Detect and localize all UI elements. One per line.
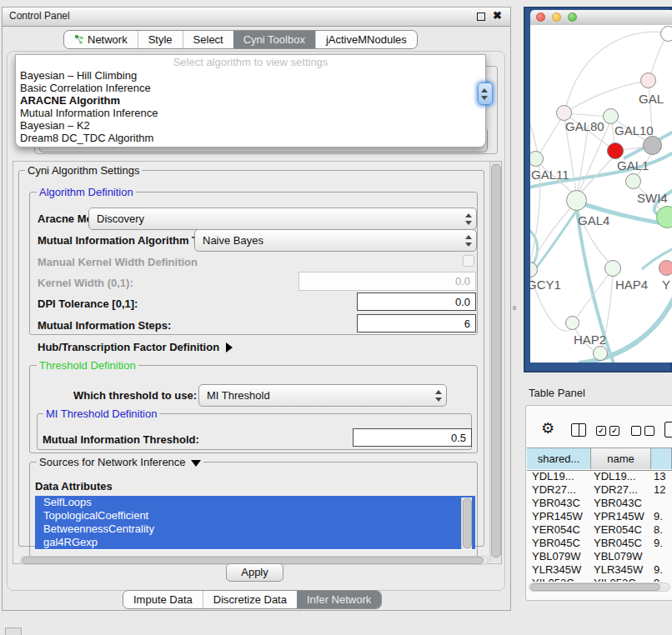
- node-gal1[interactable]: [607, 142, 624, 159]
- hub-section-toggle[interactable]: Hub/Transcription Factor Definition: [38, 341, 233, 353]
- manual-kernel-checkbox[interactable]: [463, 255, 474, 267]
- unchecked-checkbox-icon[interactable]: [644, 426, 654, 436]
- tab-jactivemnodules[interactable]: jActiveMNodules: [315, 31, 417, 48]
- kernel-width-field[interactable]: 0.0: [298, 272, 476, 291]
- mac-minimize-icon[interactable]: [552, 12, 561, 22]
- mi-threshold-label: Mutual Information Threshold:: [43, 433, 199, 446]
- tab-network[interactable]: Network: [64, 31, 138, 48]
- algorithm-option[interactable]: Basic Correlation Inference: [20, 82, 151, 94]
- columns-icon[interactable]: [571, 423, 586, 437]
- table-horizontal-scrollbar[interactable]: [529, 582, 670, 592]
- node-gal-partial[interactable]: [640, 72, 656, 88]
- network-view-window: GAL GAL80 GAL10 GAL1 GAL11 SWI4 GAL4 GCY…: [524, 7, 672, 372]
- node-salmon-y[interactable]: [659, 260, 672, 276]
- node-label: Y: [662, 278, 670, 292]
- mi-steps-field[interactable]: 6: [357, 314, 476, 332]
- list-vertical-scrollbar[interactable]: [461, 498, 472, 549]
- control-panel-titlebar[interactable]: Control Panel ✖: [3, 8, 510, 27]
- tab-cyni-toolbox[interactable]: Cyni Toolbox: [233, 31, 315, 48]
- network-canvas[interactable]: GAL GAL80 GAL10 GAL1 GAL11 SWI4 GAL4 GCY…: [530, 25, 672, 362]
- table-header-row: shared... name: [527, 448, 672, 471]
- algorithm-option-selected[interactable]: ARACNE Algorithm: [20, 94, 120, 107]
- stepper-arrows-icon: [465, 235, 473, 247]
- dpi-tolerance-label: DPI Tolerance [0,1]:: [38, 298, 138, 310]
- column-header-shared[interactable]: shared...: [527, 448, 591, 469]
- collapsed-arrow-icon: [226, 342, 233, 352]
- which-threshold-value: MI Threshold: [207, 389, 270, 402]
- list-item[interactable]: TopologicalCoefficient: [35, 509, 475, 522]
- data-attributes-label: Data Attributes: [35, 480, 113, 492]
- algorithm-combobox-stepper[interactable]: [478, 82, 493, 105]
- tab-discretize-data[interactable]: Discretize Data: [203, 591, 297, 608]
- node-hap4[interactable]: [604, 260, 621, 277]
- bottom-tabbar: Impute Data Discretize Data Infer Networ…: [123, 590, 382, 609]
- stepper-arrows-icon: [435, 390, 443, 402]
- node-gal10[interactable]: [603, 108, 619, 124]
- scrollbar-thumb[interactable]: [463, 498, 472, 548]
- node-swi4[interactable]: [625, 173, 641, 189]
- algorithm-option[interactable]: Dream8 DC_TDC Algorithm: [20, 132, 153, 144]
- node-label: GAL1: [617, 158, 649, 172]
- checked-checkbox-icon[interactable]: ✓: [609, 426, 619, 436]
- network-tab-icon: [74, 34, 84, 45]
- node-label: SWI4: [637, 191, 668, 205]
- node-label: GAL: [639, 92, 664, 106]
- close-icon[interactable]: ✖: [493, 9, 502, 22]
- network-window-titlebar[interactable]: [530, 10, 672, 26]
- apply-button[interactable]: Apply: [226, 563, 283, 582]
- mi-type-value: Naive Bayes: [203, 234, 263, 247]
- clipped-toolbar-icon[interactable]: [664, 422, 672, 438]
- expanded-arrow-icon: [191, 460, 201, 467]
- float-window-icon[interactable]: [477, 12, 485, 21]
- scrollbar-thumb[interactable]: [530, 583, 660, 591]
- checked-checkbox-icon[interactable]: ✓: [596, 426, 606, 436]
- list-item[interactable]: gal4RGexp: [35, 536, 475, 549]
- settings-scrollpane: Cyni Algorithm Settings Algorithm Defini…: [13, 161, 502, 564]
- data-attributes-list: SelfLoops TopologicalCoefficient Between…: [35, 496, 475, 550]
- algorithm-option[interactable]: Mutual Information Inference: [20, 107, 158, 119]
- tab-impute-data[interactable]: Impute Data: [123, 591, 203, 608]
- node-gal4[interactable]: [566, 190, 587, 211]
- node-label: GAL4: [578, 213, 609, 228]
- node-gal10-neighbor-gray[interactable]: [643, 136, 662, 155]
- control-panel-title: Control Panel: [9, 10, 70, 22]
- algorithm-option[interactable]: Bayesian – K2: [20, 119, 90, 132]
- mi-steps-label: Mutual Information Steps:: [38, 319, 171, 332]
- mi-threshold-field[interactable]: 0.5: [353, 428, 472, 447]
- page: Control Panel ✖ Network Style Select Cyn…: [0, 0, 672, 635]
- mi-threshold-title: MI Threshold Definition: [43, 408, 159, 420]
- clipped-corner-icon[interactable]: [5, 628, 22, 635]
- dpi-tolerance-field[interactable]: 0.0: [357, 292, 476, 311]
- aracne-mode-combobox[interactable]: Discovery: [88, 208, 477, 230]
- which-threshold-combobox[interactable]: MI Threshold: [198, 384, 447, 407]
- algorithm-option[interactable]: Bayesian – Hill Climbing: [20, 69, 137, 82]
- node-hap2[interactable]: [565, 316, 579, 330]
- mac-close-icon[interactable]: [536, 12, 545, 22]
- column-header-clipped[interactable]: [651, 448, 672, 469]
- scrollbar-thumb[interactable]: [491, 164, 501, 558]
- tab-select[interactable]: Select: [183, 31, 233, 48]
- table-panel: ⚙ ✓ ✓ shared... name YDL19... YDL19... 1…: [525, 405, 672, 601]
- which-threshold-label: Which threshold to use:: [73, 389, 197, 402]
- node-label: HAP4: [615, 278, 648, 292]
- splitter-handle[interactable]: [513, 306, 516, 310]
- list-item[interactable]: SelfLoops: [35, 496, 475, 509]
- column-header-name[interactable]: name: [591, 448, 651, 469]
- cyni-algorithm-settings-title: Cyni Algorithm Settings: [25, 164, 142, 177]
- node-unlabeled-bottom[interactable]: [593, 346, 608, 361]
- list-item[interactable]: BetweennessCentrality: [35, 522, 475, 536]
- sources-title[interactable]: Sources for Network Inference: [37, 456, 203, 468]
- kernel-width-label: Kernel Width (0,1):: [38, 277, 133, 289]
- node-unlabeled[interactable]: [660, 26, 672, 42]
- settings-vertical-scrollbar[interactable]: [489, 162, 501, 562]
- tab-style[interactable]: Style: [138, 31, 183, 48]
- tab-infer-network[interactable]: Infer Network: [297, 591, 381, 608]
- stepper-arrows-icon: [465, 213, 473, 225]
- gear-icon[interactable]: ⚙: [541, 421, 554, 436]
- mi-type-combobox[interactable]: Naive Bayes: [194, 229, 477, 252]
- node-label: GAL80: [565, 119, 604, 133]
- node-label: GCY1: [530, 278, 561, 292]
- control-panel-tabbar: Network Style Select Cyni Toolbox jActiv…: [63, 30, 418, 49]
- unchecked-checkbox-icon[interactable]: [631, 426, 641, 436]
- mac-zoom-icon[interactable]: [568, 12, 577, 22]
